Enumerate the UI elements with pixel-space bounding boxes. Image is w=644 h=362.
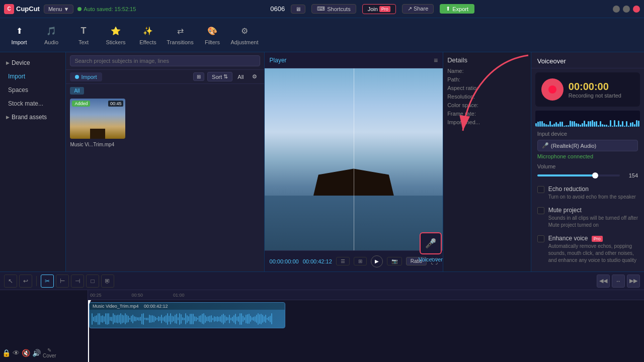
clip-duration: 00:00:42:12 <box>144 304 168 309</box>
audio-icon: 🎵 <box>45 25 57 37</box>
mute-button[interactable]: 🔇 <box>22 349 30 357</box>
sidebar-item-device[interactable]: ▶ Device <box>0 56 65 69</box>
close-button[interactable] <box>633 6 640 13</box>
arrow-icon-2: ▶ <box>6 115 10 120</box>
vo-wave-bar <box>618 121 619 127</box>
vo-wave-bar <box>537 122 539 127</box>
wave-bar <box>194 316 195 321</box>
shortcuts-button[interactable]: ⌨ Shortcuts <box>311 4 356 14</box>
tool-transitions[interactable]: ⇄ Transitions <box>165 21 195 49</box>
list-view-button[interactable]: ☰ <box>336 257 350 265</box>
sort-icon: ⇅ <box>223 73 228 80</box>
vo-wave-bar <box>610 120 611 127</box>
tool-effects[interactable]: ✨ Effects <box>133 21 163 49</box>
logo-icon: C <box>4 4 14 14</box>
undo-button[interactable]: ↩ <box>19 275 32 288</box>
sidebar-item-import[interactable]: Import <box>2 70 63 83</box>
vo-wave-bar <box>624 126 625 127</box>
wave-bar <box>208 316 209 321</box>
tool-adjustment[interactable]: ⚙ Adjustment <box>229 21 260 49</box>
vo-wave-bar <box>614 120 615 127</box>
echo-reduction-checkbox[interactable] <box>537 186 544 193</box>
player-title: Player <box>270 57 287 64</box>
pro-badge: Pro <box>379 6 390 12</box>
menu-button[interactable]: Menu ▼ <box>44 5 73 14</box>
monitor-button[interactable]: 🖥 <box>291 5 305 14</box>
lock-button[interactable]: 🔒 <box>2 349 11 357</box>
player-menu-button[interactable]: ≡ <box>434 56 438 64</box>
timeline-clip[interactable]: Music Video_Trim.mp4 00:00:42:12 <box>89 302 285 328</box>
media-thumb-item[interactable]: Added 00:45 <box>70 99 125 139</box>
wave-bar <box>224 315 225 323</box>
sort-button[interactable]: Sort ⇅ <box>207 72 232 81</box>
hide-button[interactable]: 👁 <box>13 349 20 357</box>
timeline-content: 🔒 👁 🔇 🔊 ✎ Cover 00:25 00:50 01:00 <box>0 290 644 362</box>
tl-extra-2[interactable]: ↔ <box>612 275 625 288</box>
clip-waveform <box>90 310 285 328</box>
vo-wave-bar <box>535 123 537 127</box>
split-button[interactable]: ✂ <box>41 275 54 288</box>
delete-button[interactable]: □ <box>86 275 99 288</box>
vo-time: 00:00:00 <box>569 81 621 93</box>
volume-button[interactable]: 🔊 <box>32 349 41 357</box>
mute-option-content: Mute project Sounds in all clips will be… <box>548 207 638 229</box>
tool-adjustment-label: Adjustment <box>230 39 258 45</box>
vo-wave-bar <box>572 121 573 127</box>
shield-button[interactable]: ⛨ <box>101 275 114 288</box>
join-pro-button[interactable]: Join Pro <box>362 4 396 14</box>
record-button[interactable] <box>541 78 564 101</box>
wave-bar <box>135 317 136 321</box>
tool-text[interactable]: T Text <box>68 21 99 49</box>
export-button[interactable]: ⬆ Export <box>440 4 474 14</box>
trim-right-button[interactable]: ⊣ <box>71 275 84 288</box>
filter-button[interactable]: ⚙ <box>249 72 260 81</box>
volume-slider[interactable] <box>537 174 620 176</box>
vo-wave-bar <box>586 124 587 127</box>
wave-bar <box>267 318 268 320</box>
echo-option-title: Echo reduction <box>548 186 638 193</box>
select-tool-button[interactable]: ↖ <box>4 275 17 288</box>
tl-extra-3[interactable]: ▶▶ <box>627 275 640 288</box>
wave-bar <box>179 313 180 325</box>
vo-wave-bar <box>549 121 551 127</box>
enhance-voice-checkbox[interactable] <box>537 235 544 242</box>
sidebar-item-spaces[interactable]: Spaces <box>2 83 63 97</box>
wave-bar <box>122 315 123 323</box>
tool-stickers[interactable]: ⭐ Stickers <box>101 21 131 49</box>
volume-row: 154 <box>537 172 638 178</box>
player-controls: 00:00:00:00 00:00:42:12 ☰ ⊞ ▶ 📷 Ratio ⛶ <box>265 250 443 272</box>
vo-wave-bar <box>634 124 635 127</box>
maximize-button[interactable] <box>623 6 630 13</box>
wave-bar <box>193 314 194 324</box>
wave-bar <box>114 315 115 323</box>
tool-import[interactable]: ⬆ Import <box>4 21 34 49</box>
tl-extra-1[interactable]: ◀◀ <box>597 275 610 288</box>
mute-project-checkbox[interactable] <box>537 207 544 214</box>
detail-import: Import med... <box>447 119 527 125</box>
trim-left-button[interactable]: ⊢ <box>56 275 69 288</box>
wave-bar <box>187 315 188 323</box>
play-button[interactable]: ▶ <box>371 255 383 267</box>
cover-button[interactable]: ✎ Cover <box>43 347 56 358</box>
sidebar-item-brand-assets[interactable]: ▶ Brand assets <box>0 111 65 124</box>
tool-filters[interactable]: 🎨 Filters <box>197 21 227 49</box>
tool-audio[interactable]: 🎵 Audio <box>36 21 66 49</box>
wave-bar <box>191 314 192 324</box>
input-device-selector[interactable]: 🎤 (Realtek(R) Audio) <box>537 140 638 151</box>
share-button[interactable]: ↗ Share <box>402 4 434 14</box>
timeline-extra-buttons: ◀◀ ↔ ▶▶ <box>597 275 640 288</box>
grid-ctrl-button[interactable]: ⊞ <box>354 257 367 265</box>
voiceover-mic-button[interactable]: 🎤 <box>420 232 442 254</box>
capture-button[interactable]: 📷 <box>387 257 402 265</box>
search-input[interactable] <box>70 55 260 66</box>
wave-bar <box>96 315 97 322</box>
vo-wave-bar <box>638 121 639 127</box>
import-icon: ⬆ <box>13 25 25 37</box>
detail-name: Name: <box>447 68 527 74</box>
grid-view-button[interactable]: ⊞ <box>193 72 204 81</box>
wave-bar <box>217 316 218 322</box>
sidebar-item-stock-materials[interactable]: Stock mate... <box>2 97 63 110</box>
vo-wave-bar <box>616 125 617 127</box>
import-tab-button[interactable]: Import <box>70 72 102 81</box>
minimize-button[interactable] <box>613 6 620 13</box>
